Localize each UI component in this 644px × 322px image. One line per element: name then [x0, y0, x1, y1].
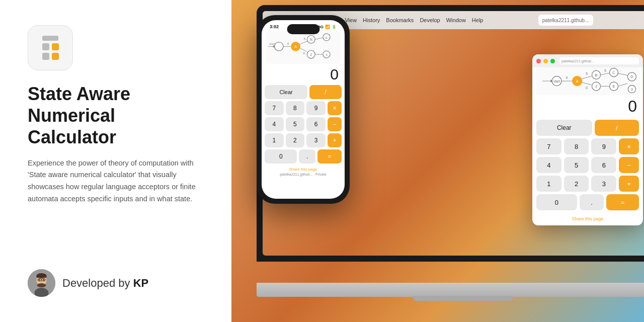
clear-button-iphone[interactable]: Clear	[265, 85, 307, 99]
state-machine-svg-mac: start 0 A 5 B 5	[535, 67, 640, 95]
svg-point-5	[39, 279, 40, 281]
dot-button-mac[interactable]: .	[580, 194, 604, 210]
svg-text:5: 5	[303, 37, 305, 40]
btn-8-iphone[interactable]: 8	[286, 101, 305, 115]
avatar-svg	[28, 269, 55, 297]
display-number-iphone: 0	[262, 65, 345, 84]
iphone-screen: 3:02 5G 📶 🔋 start 0	[262, 20, 345, 199]
developer-label: Developed by KP	[62, 277, 148, 290]
equals-button-iphone[interactable]: =	[317, 149, 342, 164]
multiply-button-mac[interactable]: ×	[619, 138, 639, 154]
clear-row-mac: Clear /	[536, 120, 639, 136]
row-789-iphone: 7 8 9 ×	[265, 101, 342, 115]
btn-3-iphone[interactable]: 3	[306, 133, 326, 147]
btn-8-mac[interactable]: 8	[564, 138, 589, 154]
app-description: Experience the power of theory of comput…	[28, 157, 206, 206]
svg-text:0: 0	[586, 86, 588, 90]
divide-button-iphone[interactable]: /	[309, 85, 342, 99]
btn-0-mac[interactable]: 0	[536, 194, 577, 210]
svg-text:3: 3	[631, 87, 633, 92]
divide-button-mac[interactable]: /	[595, 120, 639, 136]
url-bar-mac[interactable]: patelka2211.github...	[538, 15, 593, 26]
app-icon	[28, 25, 73, 70]
svg-text:start: start	[269, 42, 275, 45]
calc-close[interactable]	[536, 59, 541, 63]
state-diagram-mac: start 0 A 5 B 5	[535, 67, 640, 95]
btn-6-mac[interactable]: 6	[591, 157, 616, 173]
state-diagram-iphone: start 0 A 5 N E	[266, 31, 341, 64]
share-link-iphone[interactable]: Share this page	[262, 166, 345, 173]
btn-6-iphone[interactable]: 6	[306, 117, 326, 131]
svg-text:5: 5	[586, 72, 588, 75]
svg-text:0: 0	[303, 51, 305, 55]
btn-5-mac[interactable]: 5	[564, 157, 589, 173]
developer-section: Developed by KP	[28, 269, 206, 297]
right-panel: Safari File Edit View History Bookmarks …	[231, 0, 644, 322]
row-123-iphone: 1 2 3 +	[265, 133, 342, 147]
btn-2-iphone[interactable]: 2	[286, 133, 305, 147]
dot-button-iphone[interactable]: .	[299, 149, 315, 164]
display-number-mac: 0	[532, 97, 643, 118]
svg-text:2: 2	[310, 53, 312, 56]
state-machine-svg-iphone: start 0 A 5 N E	[266, 31, 341, 64]
developer-name: KP	[133, 277, 149, 289]
svg-text:2: 2	[595, 84, 597, 89]
btn-3-mac[interactable]: 3	[591, 176, 616, 192]
row-456-iphone: 4 5 6 −	[265, 117, 342, 131]
calc-maximize[interactable]	[550, 59, 555, 63]
top-section: State Aware Numerical Calculator Experie…	[28, 25, 206, 205]
btn-4-iphone[interactable]: 4	[265, 117, 284, 131]
btn-9-iphone[interactable]: 9	[306, 101, 326, 115]
btn-5-iphone[interactable]: 5	[286, 117, 305, 131]
calc-url[interactable]: patelka2211.github...	[559, 57, 639, 64]
svg-point-7	[41, 281, 42, 282]
calc-buttons-mac: Clear / 7 8 9 ×	[532, 118, 643, 214]
btn-4-mac[interactable]: 4	[536, 157, 561, 173]
clear-row-iphone: Clear /	[265, 85, 342, 99]
left-panel: State Aware Numerical Calculator Experie…	[0, 0, 231, 322]
btn-2-mac[interactable]: 2	[564, 176, 589, 192]
btn-7-iphone[interactable]: 7	[265, 101, 284, 115]
share-link-mac[interactable]: Share this page	[532, 214, 643, 225]
svg-point-44	[275, 42, 284, 51]
status-icons: 5G 📶 🔋	[318, 25, 337, 29]
svg-point-4	[37, 283, 46, 287]
btn-1-iphone[interactable]: 1	[265, 133, 284, 147]
svg-text:B: B	[595, 73, 597, 77]
row-123-mac: 1 2 3 +	[536, 176, 639, 192]
row-0-mac: 0 . =	[536, 194, 639, 210]
multiply-button-iphone[interactable]: ×	[328, 101, 342, 115]
btn-7-mac[interactable]: 7	[536, 138, 561, 154]
svg-text:start: start	[553, 79, 560, 83]
clear-button-mac[interactable]: Clear	[536, 120, 592, 136]
calc-window-titlebar: patelka2211.github...	[532, 54, 643, 67]
svg-text:0: 0	[566, 76, 568, 79]
url-bar-iphone: patelka2211.github... · Private	[262, 173, 345, 178]
btn-9-mac[interactable]: 9	[591, 138, 616, 154]
svg-text:D: D	[630, 74, 633, 79]
row-789-mac: 7 8 9 ×	[536, 138, 639, 154]
svg-text:N: N	[310, 38, 312, 41]
btn-0-iphone[interactable]: 0	[265, 149, 297, 164]
calc-buttons-iphone: Clear / 7 8 9 × 4 5 6 −	[262, 84, 345, 166]
btn-1-mac[interactable]: 1	[536, 176, 561, 192]
iphone: 3:02 5G 📶 🔋 start 0	[257, 15, 350, 307]
calc-minimize[interactable]	[543, 59, 548, 63]
svg-text:E: E	[612, 84, 615, 89]
calculator-window-mac: patelka2211.github... start	[532, 54, 643, 225]
svg-text:C: C	[612, 70, 615, 75]
svg-text:E: E	[326, 36, 328, 39]
developer-avatar	[28, 269, 55, 297]
plus-button-iphone[interactable]: +	[328, 133, 342, 147]
macbook-foot	[413, 296, 513, 301]
svg-rect-3	[37, 276, 47, 278]
plus-button-mac[interactable]: +	[619, 176, 639, 192]
equals-button-mac[interactable]: =	[606, 194, 639, 210]
row-456-mac: 4 5 6 −	[536, 157, 639, 173]
minus-button-iphone[interactable]: −	[328, 117, 342, 131]
svg-text:0: 0	[287, 42, 289, 45]
minus-button-mac[interactable]: −	[619, 157, 639, 173]
svg-text:A: A	[294, 45, 297, 48]
app-title: State Aware Numerical Calculator	[28, 83, 206, 148]
row-0-iphone: 0 . =	[265, 149, 342, 164]
